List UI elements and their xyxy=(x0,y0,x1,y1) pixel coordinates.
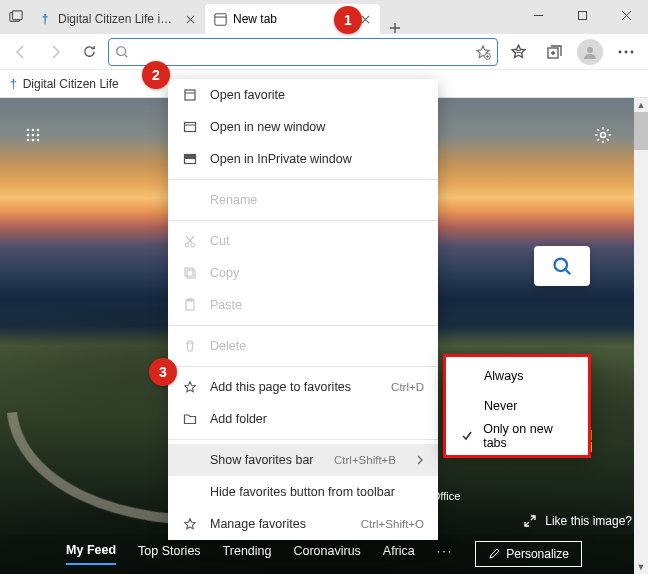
feed-tab-topstories[interactable]: Top Stories xyxy=(138,544,201,564)
svg-point-19 xyxy=(37,139,40,142)
menu-manage-favorites[interactable]: Manage favoritesCtrl+Shift+O xyxy=(168,508,438,540)
svg-point-15 xyxy=(32,134,35,137)
menu-show-favorites-bar[interactable]: Show favorites barCtrl+Shift+B xyxy=(168,444,438,476)
search-button[interactable] xyxy=(534,246,590,286)
annotation-badge-3: 3 xyxy=(149,358,177,386)
svg-point-17 xyxy=(27,139,30,142)
svg-rect-29 xyxy=(187,270,195,278)
back-button[interactable] xyxy=(6,37,36,67)
svg-point-10 xyxy=(631,50,634,53)
inprivate-icon xyxy=(182,152,198,166)
svg-point-20 xyxy=(601,133,606,138)
collections-button[interactable] xyxy=(538,36,570,68)
close-icon[interactable] xyxy=(183,12,197,26)
separator xyxy=(168,366,438,367)
personalize-button[interactable]: Personalize xyxy=(475,541,582,567)
feed-more-button[interactable]: ··· xyxy=(437,544,453,564)
menu-open-favorite[interactable]: Open favorite xyxy=(168,79,438,111)
svg-rect-2 xyxy=(214,13,225,24)
forward-button[interactable] xyxy=(40,37,70,67)
cross-icon: † xyxy=(38,12,52,26)
window-controls xyxy=(516,0,648,30)
scroll-down-icon[interactable]: ▼ xyxy=(634,560,648,574)
separator xyxy=(168,220,438,221)
minimize-button[interactable] xyxy=(516,0,560,30)
svg-point-13 xyxy=(37,129,40,132)
svg-point-12 xyxy=(32,129,35,132)
annotation-badge-2: 2 xyxy=(142,61,170,89)
menu-open-inprivate[interactable]: Open in InPrivate window xyxy=(168,143,438,175)
menu-copy: Copy xyxy=(168,257,438,289)
tab-actions-button[interactable] xyxy=(2,0,30,34)
chevron-right-icon xyxy=(416,455,424,465)
apps-icon[interactable] xyxy=(18,120,48,150)
submenu-never[interactable]: Never xyxy=(446,391,588,421)
feed-tab-myfeed[interactable]: My Feed xyxy=(66,543,116,565)
menu-add-page[interactable]: Add this page to favoritesCtrl+D xyxy=(168,371,438,403)
svg-point-4 xyxy=(117,46,126,55)
favorite-item[interactable]: Digital Citizen Life xyxy=(23,77,119,91)
feed-tab-coronavirus[interactable]: Coronavirus xyxy=(293,544,360,564)
scroll-up-icon[interactable]: ▲ xyxy=(634,98,648,112)
svg-point-8 xyxy=(619,50,622,53)
feed-tab-trending[interactable]: Trending xyxy=(223,544,272,564)
svg-rect-25 xyxy=(185,155,196,160)
feed-tab-africa[interactable]: Africa xyxy=(383,544,415,564)
copy-icon xyxy=(182,266,198,280)
refresh-button[interactable] xyxy=(74,37,104,67)
check-icon xyxy=(460,430,473,442)
cross-icon: † xyxy=(10,77,17,91)
annotation-badge-1: 1 xyxy=(334,6,362,34)
like-label: Like this image? xyxy=(545,514,632,528)
tab-inactive[interactable]: † Digital Citizen Life in a digital wo xyxy=(30,4,205,34)
menu-open-new-window[interactable]: Open in new window xyxy=(168,111,438,143)
titlebar: † Digital Citizen Life in a digital wo N… xyxy=(0,0,648,34)
star-add-icon xyxy=(182,380,198,394)
menu-cut: Cut xyxy=(168,225,438,257)
vertical-scrollbar[interactable]: ▲ ▼ xyxy=(634,98,648,574)
new-tab-button[interactable] xyxy=(380,22,410,34)
more-button[interactable] xyxy=(610,36,642,68)
svg-rect-1 xyxy=(13,11,23,20)
avatar-icon xyxy=(577,39,603,65)
svg-point-16 xyxy=(37,134,40,137)
favorites-button[interactable] xyxy=(502,36,534,68)
menu-hide-favorites-button[interactable]: Hide favorites button from toolbar xyxy=(168,476,438,508)
submenu-always[interactable]: Always xyxy=(446,361,588,391)
svg-rect-22 xyxy=(185,90,195,100)
menu-paste: Paste xyxy=(168,289,438,321)
pencil-icon xyxy=(488,548,500,560)
toolbar xyxy=(0,34,648,70)
address-input[interactable] xyxy=(135,44,469,59)
svg-rect-3 xyxy=(578,11,586,19)
star-settings-icon xyxy=(182,517,198,531)
scrollbar-thumb[interactable] xyxy=(634,112,648,150)
svg-point-11 xyxy=(27,129,30,132)
gear-icon[interactable] xyxy=(588,120,618,150)
submenu-only-new-tabs[interactable]: Only on new tabs xyxy=(446,421,588,451)
menu-rename: Rename xyxy=(168,184,438,216)
maximize-button[interactable] xyxy=(560,0,604,30)
svg-point-9 xyxy=(625,50,628,53)
svg-rect-28 xyxy=(185,268,193,276)
like-image[interactable]: Like this image? xyxy=(523,514,632,528)
svg-point-27 xyxy=(191,243,195,247)
add-favorite-icon[interactable] xyxy=(475,44,491,60)
search-icon xyxy=(115,45,129,59)
address-bar[interactable] xyxy=(108,38,498,66)
window-icon xyxy=(182,120,198,134)
close-window-button[interactable] xyxy=(604,0,648,30)
feed-bar: My Feed Top Stories Trending Coronavirus… xyxy=(0,534,648,574)
profile-button[interactable] xyxy=(574,36,606,68)
menu-delete: Delete xyxy=(168,330,438,362)
submenu-show-favorites-bar: Always Never Only on new tabs xyxy=(443,354,591,458)
menu-add-folder[interactable]: Add folder xyxy=(168,403,438,435)
expand-icon xyxy=(523,514,537,528)
context-menu: Open favorite Open in new window Open in… xyxy=(168,79,438,540)
svg-point-18 xyxy=(32,139,35,142)
separator xyxy=(168,439,438,440)
svg-rect-23 xyxy=(185,123,196,132)
svg-point-21 xyxy=(555,259,568,272)
svg-point-7 xyxy=(587,47,593,53)
cut-icon xyxy=(182,234,198,248)
